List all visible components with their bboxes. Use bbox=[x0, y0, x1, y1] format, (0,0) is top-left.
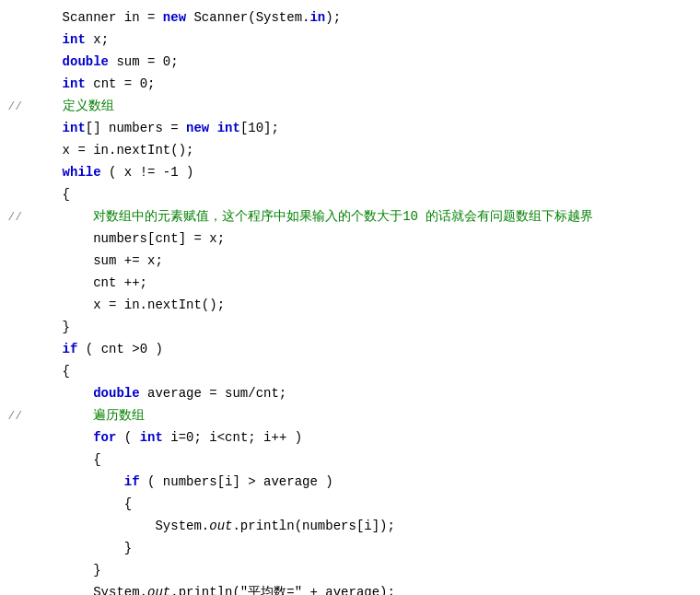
code-token: out bbox=[209, 519, 232, 533]
code-line: { bbox=[0, 184, 700, 206]
code-container: Scanner in = new Scanner(System.in); int… bbox=[0, 0, 700, 595]
code-token: ( x != -1 ) bbox=[101, 165, 194, 180]
code-token: while bbox=[63, 165, 101, 180]
code-token: 对数组中的元素赋值，这个程序中如果输入的个数大于10 的话就会有问题数组下标越界 bbox=[31, 209, 593, 224]
line-content: numbers[cnt] = x; bbox=[28, 228, 700, 251]
line-gutter: // bbox=[0, 97, 28, 117]
code-token bbox=[31, 165, 63, 180]
code-token bbox=[31, 386, 93, 401]
code-token: ( cnt >0 ) bbox=[77, 342, 162, 356]
code-token: { bbox=[31, 496, 132, 511]
code-line: } bbox=[0, 560, 700, 582]
code-token: [] numbers = bbox=[86, 121, 186, 135]
code-token: 遍历数组 bbox=[31, 408, 145, 423]
line-content: double sum = 0; bbox=[28, 52, 700, 74]
code-token: new bbox=[163, 10, 186, 25]
line-content: for ( int i=0; i<cnt; i++ ) bbox=[28, 427, 700, 449]
code-line: x = in.nextInt(); bbox=[0, 140, 700, 162]
code-token: .println("平均数=" + average); bbox=[170, 585, 395, 595]
code-token: System. bbox=[31, 519, 209, 533]
line-content: System.out.println("平均数=" + average); bbox=[28, 582, 700, 595]
code-token: double bbox=[63, 54, 109, 69]
code-line: if ( cnt >0 ) bbox=[0, 339, 700, 361]
line-content: } bbox=[28, 317, 700, 339]
code-token: { bbox=[31, 364, 70, 379]
code-line: while ( x != -1 ) bbox=[0, 162, 700, 184]
code-line: System.out.println("平均数=" + average); bbox=[0, 582, 700, 595]
code-token bbox=[31, 32, 63, 47]
code-token: x = in.nextInt(); bbox=[31, 298, 225, 312]
code-token: cnt ++; bbox=[31, 275, 147, 290]
code-line: { bbox=[0, 494, 700, 516]
line-content: double average = sum/cnt; bbox=[28, 383, 700, 405]
line-content: { bbox=[28, 361, 700, 383]
line-gutter: // bbox=[0, 406, 28, 426]
code-token: int bbox=[217, 121, 240, 135]
code-token: out bbox=[147, 585, 170, 595]
code-token: in bbox=[309, 10, 325, 25]
line-content: int cnt = 0; bbox=[28, 74, 700, 96]
code-line: cnt ++; bbox=[0, 273, 700, 295]
code-line: int cnt = 0; bbox=[0, 74, 700, 96]
code-token: sum += x; bbox=[31, 253, 163, 268]
code-line: Scanner in = new Scanner(System.in); bbox=[0, 7, 700, 29]
code-token: ); bbox=[325, 10, 341, 25]
line-content: int[] numbers = new int[10]; bbox=[28, 118, 700, 140]
code-line: } bbox=[0, 317, 700, 339]
code-token bbox=[31, 342, 63, 356]
code-token: } bbox=[31, 320, 70, 334]
code-token: [10]; bbox=[240, 121, 279, 135]
code-token: 定义数组 bbox=[31, 99, 114, 113]
code-token: int bbox=[63, 32, 86, 47]
line-content: Scanner in = new Scanner(System.in); bbox=[28, 7, 700, 29]
code-line: { bbox=[0, 449, 700, 472]
line-content: { bbox=[28, 184, 700, 206]
code-token: System. bbox=[31, 585, 147, 595]
code-token: i=0; i<cnt; i++ ) bbox=[163, 430, 302, 445]
code-line: // 遍历数组 bbox=[0, 405, 700, 427]
line-content: x = in.nextInt(); bbox=[28, 140, 700, 162]
code-line: { bbox=[0, 361, 700, 383]
code-token: ( numbers[i] > average ) bbox=[140, 474, 333, 489]
code-line: } bbox=[0, 538, 700, 560]
line-content: System.out.println(numbers[i]); bbox=[28, 516, 700, 538]
line-content: while ( x != -1 ) bbox=[28, 162, 700, 184]
line-content: sum += x; bbox=[28, 251, 700, 273]
code-line: double sum = 0; bbox=[0, 52, 700, 74]
code-token: x; bbox=[86, 32, 109, 47]
code-token: Scanner(System. bbox=[186, 10, 309, 25]
code-token bbox=[31, 54, 63, 69]
code-token: new bbox=[186, 121, 209, 135]
code-token: average = sum/cnt; bbox=[140, 386, 287, 401]
code-token: x = in.nextInt(); bbox=[31, 143, 193, 158]
code-line: // 对数组中的元素赋值，这个程序中如果输入的个数大于10 的话就会有问题数组下… bbox=[0, 206, 700, 228]
code-token: int bbox=[63, 121, 86, 135]
code-line: double average = sum/cnt; bbox=[0, 383, 700, 405]
line-content: x = in.nextInt(); bbox=[28, 295, 700, 317]
code-line: x = in.nextInt(); bbox=[0, 295, 700, 317]
code-token: double bbox=[93, 386, 139, 401]
code-token: if bbox=[124, 474, 140, 489]
code-line: if ( numbers[i] > average ) bbox=[0, 472, 700, 494]
line-content: } bbox=[28, 538, 700, 560]
code-line: for ( int i=0; i<cnt; i++ ) bbox=[0, 427, 700, 449]
line-gutter: // bbox=[0, 207, 28, 228]
code-line: System.out.println(numbers[i]); bbox=[0, 516, 700, 538]
code-token: Scanner in = bbox=[31, 10, 163, 25]
code-token bbox=[31, 474, 124, 489]
line-content: if ( numbers[i] > average ) bbox=[28, 472, 700, 494]
code-line: numbers[cnt] = x; bbox=[0, 228, 700, 251]
line-content: } bbox=[28, 560, 700, 582]
code-token: for bbox=[93, 430, 116, 445]
code-token: .println(numbers[i]); bbox=[232, 519, 394, 533]
line-content: 定义数组 bbox=[28, 96, 700, 118]
code-token: { bbox=[31, 452, 101, 467]
code-token bbox=[209, 121, 216, 135]
code-token bbox=[31, 430, 93, 445]
line-content: if ( cnt >0 ) bbox=[28, 339, 700, 361]
code-token: if bbox=[63, 342, 78, 356]
code-token: { bbox=[31, 187, 70, 202]
code-token: } bbox=[31, 563, 101, 578]
code-line: sum += x; bbox=[0, 251, 700, 273]
code-token: int bbox=[140, 430, 163, 445]
